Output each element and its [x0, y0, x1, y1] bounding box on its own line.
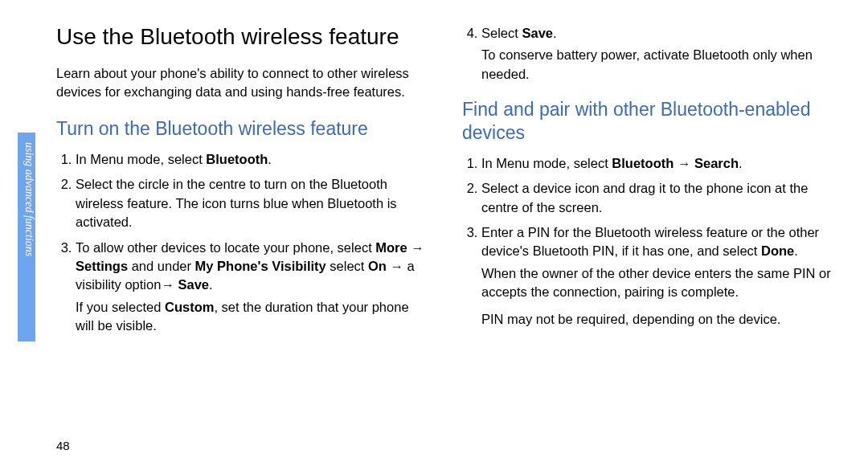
r-step-1: In Menu mode, select Bluetooth → Search. — [481, 154, 836, 173]
steps-list-right: In Menu mode, select Bluetooth → Search.… — [462, 154, 836, 329]
step-4-note: To conserve battery power, activate Blue… — [481, 46, 836, 84]
step-3-note: If you selected Custom, set the duration… — [76, 298, 430, 336]
page-number: 48 — [56, 439, 70, 452]
step-4: Select Save. To conserve battery power, … — [481, 24, 836, 84]
side-tab-label: using advanced functions — [18, 133, 35, 341]
step-1: In Menu mode, select Bluetooth. — [76, 150, 430, 169]
steps-list-continued: Select Save. To conserve battery power, … — [462, 24, 836, 84]
subsection-find-pair: Find and pair with other Bluetooth-enabl… — [462, 98, 836, 145]
section-title: Use the Bluetooth wireless feature — [56, 24, 430, 50]
right-column: Select Save. To conserve battery power, … — [462, 24, 836, 342]
page-content: Use the Bluetooth wireless feature Learn… — [56, 24, 836, 342]
steps-list-left: In Menu mode, select Bluetooth. Select t… — [56, 150, 430, 336]
step-2: Select the circle in the centre to turn … — [76, 175, 430, 231]
r-step-2: Select a device icon and drag it to the … — [481, 179, 836, 217]
intro-text: Learn about your phone's ability to conn… — [56, 64, 430, 101]
subsection-turn-on: Turn on the Bluetooth wireless feature — [56, 117, 430, 141]
r-step-3-note-2: PIN may not be required, depending on th… — [481, 310, 836, 329]
r-step-3-note-1: When the owner of the other device enter… — [481, 264, 836, 302]
step-3: To allow other devices to locate your ph… — [76, 239, 430, 336]
r-step-3: Enter a PIN for the Bluetooth wireless f… — [481, 223, 836, 329]
left-column: Use the Bluetooth wireless feature Learn… — [56, 24, 430, 342]
